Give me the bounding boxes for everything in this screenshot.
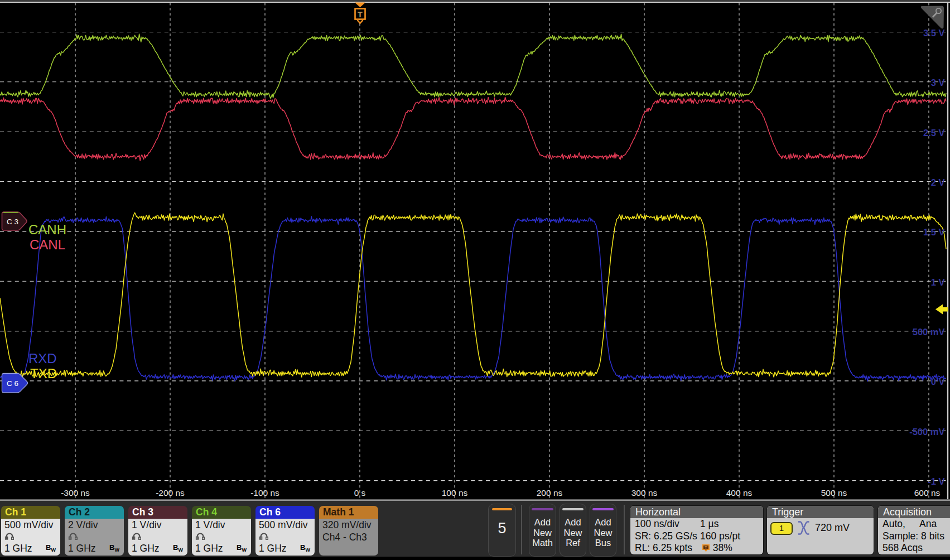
svg-text:-100 ns: -100 ns (250, 488, 279, 498)
svg-text:T: T (358, 10, 363, 19)
svg-text:-200 ns: -200 ns (156, 488, 185, 498)
svg-text:TXD: TXD (30, 366, 57, 381)
svg-text:600 ns: 600 ns (914, 488, 941, 498)
svg-text:-1 V: -1 V (928, 476, 944, 486)
svg-text:0 V: 0 V (931, 376, 945, 387)
svg-text:CANH: CANH (28, 222, 66, 237)
svg-text:200 ns: 200 ns (537, 488, 563, 498)
svg-text:0 s: 0 s (354, 488, 366, 498)
svg-text:500 ns: 500 ns (821, 488, 847, 498)
svg-text:RXD: RXD (28, 351, 57, 366)
svg-text:3.5 V: 3.5 V (923, 28, 945, 38)
svg-text:1 V: 1 V (931, 277, 945, 287)
svg-text:T: T (705, 545, 707, 550)
svg-text:500 mV: 500 mV (913, 327, 945, 337)
svg-text:CANL: CANL (30, 237, 65, 252)
svg-text:2 V: 2 V (931, 177, 945, 187)
svg-text:-300 ns: -300 ns (61, 488, 90, 498)
svg-text:300 ns: 300 ns (631, 488, 658, 498)
svg-text:3 V: 3 V (931, 78, 945, 88)
svg-text:100 ns: 100 ns (442, 488, 468, 498)
svg-text:1.5 V: 1.5 V (923, 227, 945, 237)
svg-text:2.5 V: 2.5 V (923, 128, 945, 138)
svg-text:C 3: C 3 (7, 218, 18, 226)
svg-text:C 6: C 6 (7, 379, 18, 388)
svg-text:-500 mV: -500 mV (909, 427, 944, 437)
svg-text:400 ns: 400 ns (726, 488, 753, 498)
